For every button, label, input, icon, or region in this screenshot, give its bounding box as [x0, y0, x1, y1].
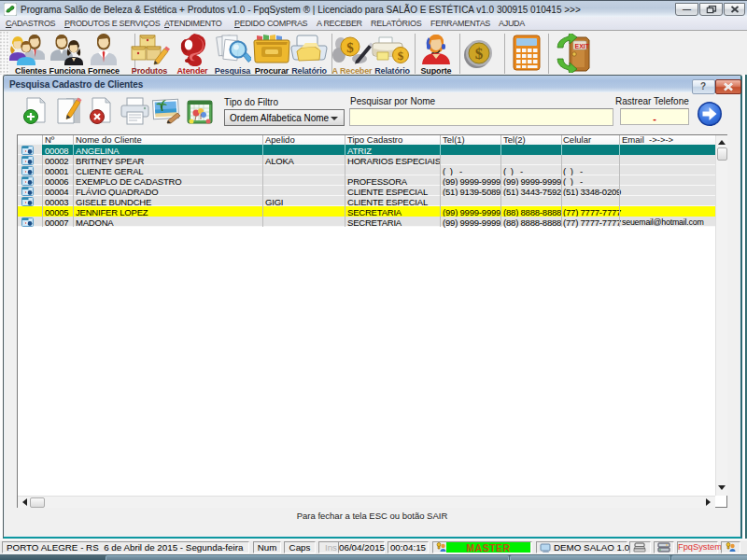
svg-text:EXIT: EXIT	[575, 43, 590, 49]
svg-text:$: $	[346, 40, 354, 55]
svg-text:$: $	[475, 45, 484, 63]
svg-text:$: $	[398, 49, 404, 63]
